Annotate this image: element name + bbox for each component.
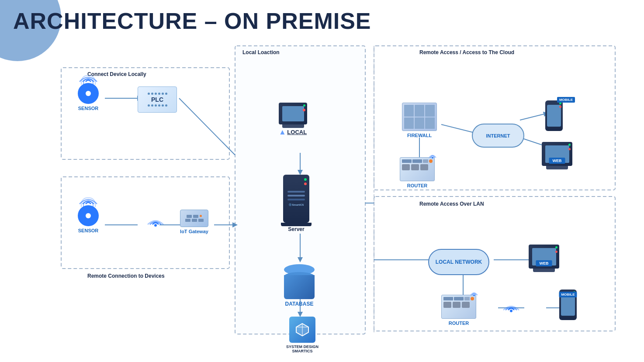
sensor1-icon [78, 83, 99, 104]
sensor2-dot [86, 213, 91, 218]
wifi-icon [147, 215, 164, 231]
local-location-label: Local Loaction [242, 49, 280, 55]
server-device: Ⓢ SmartiCS Server [283, 175, 309, 223]
mobile2-badge: MOBILE [559, 292, 577, 297]
svg-point-28 [432, 157, 433, 159]
svg-line-6 [179, 98, 235, 155]
web1-device: WEB [542, 142, 572, 166]
router1-device: ROUTER [400, 157, 435, 188]
web1-badge: WEB [549, 158, 565, 164]
svg-point-30 [510, 310, 512, 312]
router2-label: ROUTER [441, 321, 476, 326]
database-device: DATABASE [284, 264, 315, 307]
svg-rect-4 [374, 197, 615, 331]
internet-cloud: INTERNET [472, 124, 524, 148]
database-label: DATABASE [284, 301, 315, 307]
wifi2-icon [502, 300, 520, 315]
web2-device: WEB [529, 245, 559, 269]
server-icon: Ⓢ SmartiCS [283, 175, 309, 223]
system-design-icon [289, 317, 315, 343]
firewall-label: FIREWALL [402, 133, 437, 138]
server-label: Server [288, 226, 304, 232]
smartics-logo-text: SmartiCS [292, 203, 304, 206]
svg-point-24 [154, 224, 157, 227]
iot-gateway-label: IoT Gateway [180, 229, 208, 234]
mobile1-icon [545, 100, 563, 131]
iot-gateway-device: IoT Gateway [180, 210, 208, 234]
sensor2-label: SENSOR [78, 228, 99, 233]
architecture-diagram: Local Loaction Remote Access / Access to… [61, 46, 620, 356]
local-network-cloud: LOCAL NETWORK [428, 249, 489, 275]
local-monitor-icon [279, 103, 307, 124]
sensor1-label: SENSOR [78, 106, 99, 111]
mobile1-badge: MOBILE [557, 97, 575, 103]
iot-gateway-icon [180, 210, 208, 227]
plc-icon: PLC [138, 86, 177, 113]
local-network-label: LOCAL NETWORK [436, 259, 482, 265]
router2-device: ROUTER [441, 295, 476, 326]
sensor2-device: SENSOR [78, 205, 99, 233]
plc-device: PLC [138, 86, 177, 113]
web2-badge: WEB [536, 260, 552, 266]
local-device: LOCAL [279, 103, 307, 124]
system-design-label: SYSTEM DESIGNSMARTICS [286, 345, 319, 353]
page-title: ARCHITECTURE – ON PREMISE [13, 8, 371, 34]
system-design-device: SYSTEM DESIGNSMARTICS [286, 317, 319, 353]
local-label: LOCAL [287, 129, 307, 135]
internet-label: INTERNET [486, 133, 510, 138]
svg-line-15 [441, 124, 476, 133]
database-icon [284, 264, 315, 299]
mobile2-device: MOBILE [559, 290, 577, 320]
remote-connection-label: Remote Connection to Devices [87, 273, 165, 279]
remote-lan-label: Remote Access Over LAN [419, 201, 484, 207]
svg-line-16 [520, 114, 546, 120]
mobile1-device: MOBILE [545, 100, 563, 131]
sensor1-dot [86, 91, 91, 96]
sensor2-icon [78, 205, 99, 226]
firewall-icon [402, 103, 437, 131]
plc-inner-label: PLC [151, 96, 163, 103]
router1-label: ROUTER [400, 183, 435, 188]
svg-point-29 [473, 294, 475, 296]
firewall-device: FIREWALL [402, 103, 437, 138]
sensor1-device: SENSOR [78, 83, 99, 111]
remote-access-label: Remote Access / Access to The Cloud [419, 49, 514, 55]
